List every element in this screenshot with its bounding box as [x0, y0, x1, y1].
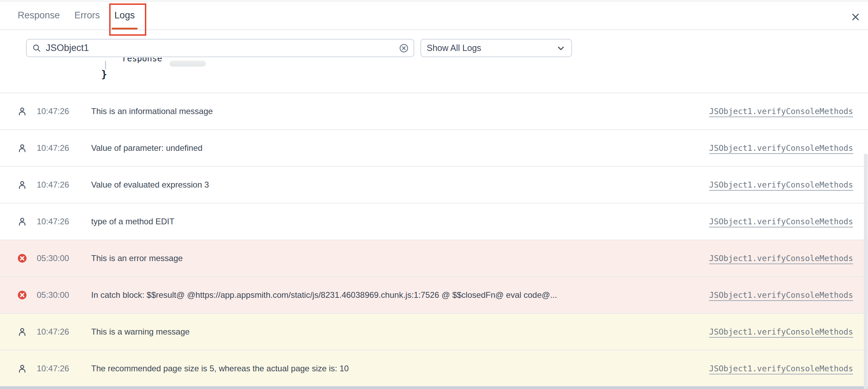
- user-icon: [17, 327, 27, 337]
- log-timestamp: 10:47:26: [37, 106, 75, 116]
- log-list: 10:47:26 This is an informational messag…: [0, 93, 868, 387]
- log-level-dropdown[interactable]: Show All Logs: [420, 39, 572, 57]
- debugger-tab-bar: Response Errors Logs: [0, 1, 868, 30]
- log-row[interactable]: 10:47:26 type of a method EDIT JSObject1…: [0, 203, 868, 240]
- debugger-logs-panel: Response Errors Logs: [0, 0, 868, 389]
- log-source-link[interactable]: JSObject1.verifyConsoleMethods: [709, 217, 853, 226]
- log-search-input[interactable]: [46, 43, 399, 53]
- log-timestamp: 10:47:26: [37, 180, 75, 190]
- log-source-link[interactable]: JSObject1.verifyConsoleMethods: [709, 144, 853, 153]
- close-panel-button[interactable]: [850, 11, 861, 23]
- log-timestamp: 10:47:26: [37, 217, 75, 226]
- tab-errors-label: Errors: [75, 10, 100, 21]
- log-row[interactable]: 10:47:26 Value of evaluated expression 3…: [0, 166, 868, 203]
- user-icon: [17, 364, 27, 373]
- log-source-link[interactable]: JSObject1.verifyConsoleMethods: [709, 180, 853, 189]
- tab-response[interactable]: Response: [18, 1, 60, 29]
- log-row[interactable]: 10:47:26 This is an informational messag…: [0, 93, 868, 129]
- horizontal-scrollbar[interactable]: [0, 386, 868, 389]
- error-icon: [17, 290, 27, 300]
- log-row[interactable]: 05:30:00 This is an error message JSObje…: [0, 240, 868, 276]
- log-message: This is an informational message: [91, 106, 701, 116]
- chevron-down-icon: [557, 44, 565, 52]
- log-source-link[interactable]: JSObject1.verifyConsoleMethods: [709, 107, 853, 116]
- log-row[interactable]: 05:30:00 In catch block: $$result@ @http…: [0, 276, 868, 313]
- log-message: The recommended page size is 5, whereas …: [91, 364, 701, 373]
- user-icon: [17, 180, 27, 190]
- log-message: This is an error message: [91, 253, 701, 263]
- log-source-link[interactable]: JSObject1.verifyConsoleMethods: [709, 364, 853, 373]
- log-level-selected-value: Show All Logs: [427, 43, 557, 53]
- log-source-link[interactable]: JSObject1.verifyConsoleMethods: [709, 254, 853, 263]
- log-row[interactable]: 10:47:26 Value of parameter: undefined J…: [0, 129, 868, 166]
- log-message: type of a method EDIT: [91, 217, 701, 226]
- log-message: In catch block: $$result@ @https://app.a…: [91, 290, 701, 300]
- json-indent-guide: [105, 61, 106, 69]
- log-timestamp: 10:47:26: [37, 364, 75, 373]
- tab-errors[interactable]: Errors: [75, 1, 100, 29]
- log-source-link[interactable]: JSObject1.verifyConsoleMethods: [709, 291, 853, 300]
- user-icon: [17, 143, 27, 153]
- log-timestamp: 05:30:00: [37, 253, 75, 263]
- clear-search-button[interactable]: [399, 43, 409, 53]
- close-icon: [850, 12, 861, 22]
- log-timestamp: 10:47:26: [37, 327, 75, 337]
- value-skeleton-pill: [170, 61, 206, 67]
- log-message: Value of evaluated expression 3: [91, 180, 701, 190]
- log-message: This is a warning message: [91, 327, 701, 337]
- active-tab-underline: [112, 28, 138, 29]
- log-message: Value of parameter: undefined: [91, 143, 701, 153]
- log-source-link[interactable]: JSObject1.verifyConsoleMethods: [709, 327, 853, 336]
- error-icon: [17, 253, 27, 263]
- log-row[interactable]: 10:47:26 The recommended page size is 5,…: [0, 350, 868, 387]
- tab-response-label: Response: [18, 10, 60, 21]
- search-icon: [32, 44, 41, 53]
- log-search-box: [26, 39, 414, 57]
- user-icon: [17, 217, 27, 226]
- log-row[interactable]: 10:47:26 This is a warning message JSObj…: [0, 313, 868, 350]
- user-icon: [17, 106, 27, 116]
- tab-logs-label: Logs: [114, 10, 135, 21]
- log-timestamp: 10:47:26: [37, 143, 75, 153]
- tab-logs[interactable]: Logs: [114, 1, 135, 29]
- scrolled-log-entry: response }: [0, 58, 868, 93]
- log-timestamp: 05:30:00: [37, 290, 75, 300]
- closing-brace-text: }: [101, 69, 107, 80]
- vertical-scrollbar-thumb[interactable]: [864, 154, 868, 389]
- response-key-text: response: [122, 58, 162, 63]
